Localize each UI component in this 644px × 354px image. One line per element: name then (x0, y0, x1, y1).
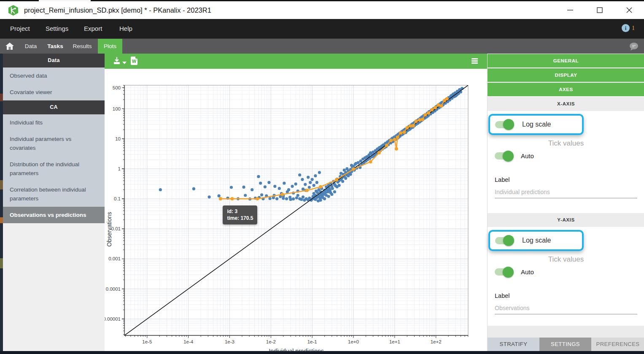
minimize-button[interactable] (555, 1, 585, 19)
tooltip-time-line: time: 170.5 (227, 215, 253, 222)
sidebar-item-observed-data[interactable]: Observed data (3, 68, 105, 84)
close-button[interactable] (614, 1, 644, 19)
sidebar-section-ca: CA (3, 100, 105, 114)
sidebar-item-observations-vs-predictions[interactable]: Observations vs predictions (3, 207, 105, 223)
footer-tab-preferences[interactable]: PREFERENCES (591, 338, 644, 351)
svg-text:0.1: 0.1 (114, 196, 121, 201)
title-bar: project_Remi_infusion_SD.pkx [demo] * - … (0, 1, 644, 19)
panel-divider-band (488, 326, 644, 338)
background-window-edge-bottom (0, 351, 644, 354)
y-axis-label-caption: Label (495, 292, 509, 299)
comment-bubble-icon[interactable] (629, 42, 639, 53)
tab-results[interactable]: Results (72, 39, 93, 54)
hamburger-menu-icon[interactable] (472, 58, 478, 65)
y-axis-log-scale-toggle[interactable] (495, 237, 513, 244)
word-export-icon[interactable]: W (131, 57, 137, 65)
svg-text:Individual predictions: Individual predictions (269, 348, 324, 351)
sidebar-filler (3, 223, 105, 351)
sidebar-data-list: Observed data Covariate viewer (3, 68, 105, 100)
home-icon[interactable] (5, 42, 14, 53)
download-icon[interactable] (113, 57, 121, 67)
toggle-knob (503, 267, 514, 278)
menu-settings[interactable]: Settings (46, 19, 68, 38)
page-fold (135, 56, 138, 59)
toggle-knob (503, 235, 514, 246)
menu-help[interactable]: Help (119, 19, 132, 38)
x-axis-log-scale-highlight: Log scale (488, 114, 584, 135)
plot-toolbar: W (105, 54, 487, 69)
svg-text:0.001: 0.001 (108, 256, 121, 261)
plots-sidebar: Data Observed data Covariate viewer CA I… (3, 54, 105, 351)
chart-tooltip: id: 3 time: 170.5 (223, 205, 257, 224)
footer-tab-stratify[interactable]: STRATIFY (488, 338, 539, 351)
y-axis-log-scale-highlight: Log scale (488, 230, 584, 251)
x-axis-auto-label: Auto (521, 152, 534, 159)
y-axis-tick-values-label: Tick values (488, 255, 644, 264)
plot-panel: W 1e-51e-41e-31e-21e-11e+01e+11e+2500100… (105, 54, 487, 351)
section-axes[interactable]: AXES (488, 83, 644, 96)
background-blip (0, 180, 3, 189)
observations-vs-predictions-chart[interactable]: 1e-51e-41e-31e-21e-11e+01e+11e+250010010… (105, 69, 487, 351)
svg-text:Observations: Observations (106, 212, 113, 246)
svg-text:1e+1: 1e+1 (389, 339, 400, 344)
sidebar-item-individual-fits[interactable]: Individual fits (3, 114, 105, 131)
svg-text:0.0001: 0.0001 (106, 286, 121, 292)
svg-text:1: 1 (118, 166, 121, 171)
y-axis-label-input[interactable] (495, 304, 637, 314)
svg-text:1e-3: 1e-3 (225, 339, 234, 344)
desktop-background: project_Remi_infusion_SD.pkx [demo] * - … (0, 0, 644, 354)
footer-tab-settings[interactable]: SETTINGS (539, 338, 591, 351)
tab-plots[interactable]: Plots (98, 39, 122, 54)
sidebar-item-individual-parameters-vs-covariates[interactable]: Individual parameters vs covariates (3, 131, 105, 156)
subsection-y-axis[interactable]: Y-AXIS (488, 213, 644, 227)
background-blip (0, 217, 3, 223)
x-axis-auto-row: Auto (495, 152, 534, 159)
info-icon: i (622, 24, 630, 32)
caret-down-icon[interactable] (122, 59, 127, 67)
x-axis-log-scale-toggle[interactable] (495, 121, 513, 128)
section-general[interactable]: GENERAL (488, 54, 644, 68)
tab-tasks[interactable]: Tasks (46, 39, 64, 54)
svg-text:1e-5: 1e-5 (142, 339, 152, 344)
sidebar-section-data: Data (3, 54, 105, 68)
tooltip-id-line: id: 3 (227, 208, 253, 215)
sidebar-item-correlation-between-individual-parameters[interactable]: Correlation between individual parameter… (3, 181, 105, 207)
maximize-button[interactable] (585, 1, 614, 19)
svg-text:1e-1: 1e-1 (307, 339, 317, 344)
subsection-x-axis[interactable]: X-AXIS (488, 97, 644, 111)
menu-project[interactable]: Project (10, 19, 30, 38)
menu-export[interactable]: Export (84, 19, 102, 38)
sidebar-item-distribution-of-individual-parameters[interactable]: Distribution of the individual parameter… (3, 156, 105, 181)
sidebar-item-covariate-viewer[interactable]: Covariate viewer (3, 84, 105, 100)
svg-text:100: 100 (113, 106, 121, 111)
svg-text:0.00001: 0.00001 (105, 316, 121, 322)
sidebar-ca-list: Individual fits Individual parameters vs… (3, 114, 105, 223)
svg-text:500: 500 (113, 85, 121, 90)
window-title: project_Remi_infusion_SD.pkx [demo] * - … (24, 6, 211, 14)
menu-bar: Project Settings Export Help i 1 (0, 19, 644, 38)
notification-badge[interactable]: i 1 (622, 24, 635, 32)
x-axis-auto-toggle[interactable] (495, 152, 512, 159)
svg-text:1e+2: 1e+2 (431, 339, 442, 344)
x-axis-label-input[interactable] (495, 188, 637, 198)
x-axis-label-caption: Label (495, 176, 509, 183)
main-tab-bar: Data Tasks Results Plots (0, 38, 644, 54)
notification-count: 1 (632, 25, 635, 32)
svg-text:10: 10 (115, 136, 121, 141)
y-axis-auto-toggle[interactable] (495, 268, 512, 276)
background-window-edge-left (0, 54, 3, 354)
x-axis-log-scale-label: Log scale (522, 121, 551, 128)
y-axis-log-scale-label: Log scale (522, 237, 551, 244)
tab-data[interactable]: Data (23, 39, 38, 54)
toggle-knob (503, 119, 514, 130)
section-display[interactable]: DISPLAY (488, 68, 644, 82)
word-glyph: W (132, 59, 136, 64)
background-blip (0, 258, 3, 268)
pkanalix-logo-icon (8, 5, 19, 16)
svg-text:1e-2: 1e-2 (266, 339, 276, 344)
toggle-knob (503, 151, 514, 162)
svg-text:1e+0: 1e+0 (348, 339, 359, 344)
y-axis-auto-label: Auto (521, 268, 534, 276)
y-axis-auto-row: Auto (495, 268, 534, 276)
settings-panel: GENERAL DISPLAY AXES X-AXIS Log scale Ti… (487, 54, 644, 351)
